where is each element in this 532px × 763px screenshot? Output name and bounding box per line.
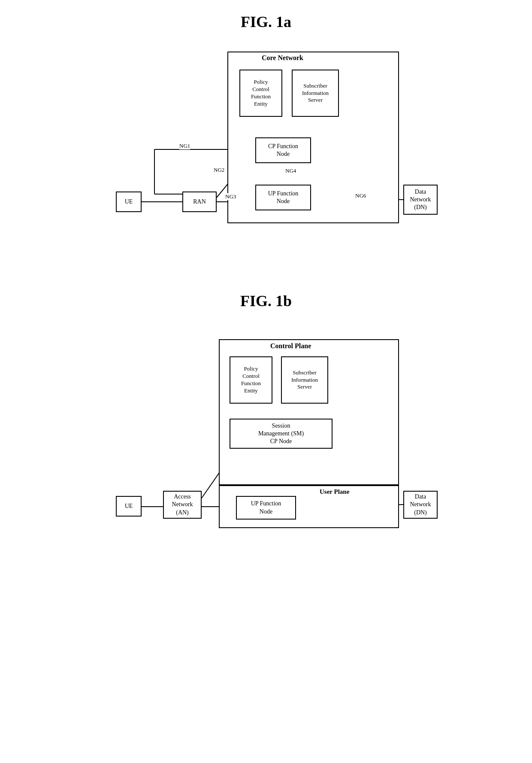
cpfn-label: CP Function Node — [268, 143, 298, 158]
ue2-box: UE — [116, 496, 142, 517]
ng1-label: NG1 — [179, 143, 190, 149]
pcf-box: Policy Control Function Entity — [239, 70, 282, 117]
ran-label: RAN — [193, 198, 206, 206]
cp-label: Control Plane — [270, 342, 311, 350]
sis2-box: Subscriber Information Server — [281, 356, 328, 404]
ng6-label: NG6 — [355, 192, 366, 199]
up-label: User Plane — [320, 488, 349, 495]
an-box: Access Network (AN) — [163, 491, 202, 519]
pcf2-box: Policy Control Function Entity — [230, 356, 272, 404]
dn-label: Data Network (DN) — [410, 188, 431, 212]
dn2-box: Data Network (DN) — [403, 491, 438, 519]
ng4-label: NG4 — [285, 167, 296, 174]
sis-label: Subscriber Information Server — [302, 82, 329, 104]
core-network-label: Core Network — [262, 54, 303, 62]
upfn2-box: UP Function Node — [236, 496, 296, 520]
ng2-label: NG2 — [214, 167, 224, 173]
ran-box: RAN — [182, 192, 217, 212]
upfn-label: UP Function Node — [268, 190, 299, 205]
ng3-label: NG3 — [225, 193, 236, 200]
upfn2-label: UP Function Node — [251, 500, 281, 515]
pcf-label: Policy Control Function Entity — [251, 79, 271, 108]
sm-box: Session Management (SM) CP Node — [230, 419, 332, 449]
dn2-label: Data Network (DN) — [410, 493, 431, 517]
pcf2-label: Policy Control Function Entity — [241, 365, 261, 395]
ue-label: UE — [125, 198, 133, 206]
sis-box: Subscriber Information Server — [292, 70, 339, 117]
fig1a-title: FIG. 1a — [241, 13, 291, 31]
upfn-box: UP Function Node — [255, 185, 311, 210]
dn-box: Data Network (DN) — [403, 185, 438, 215]
ue-box: UE — [116, 192, 142, 212]
sm-label: Session Management (SM) CP Node — [258, 422, 304, 446]
ue2-label: UE — [125, 502, 133, 510]
cpfn-box: CP Function Node — [255, 137, 311, 163]
sis2-label: Subscriber Information Server — [291, 369, 318, 391]
fig1b-title: FIG. 1b — [240, 292, 292, 310]
an-label: Access Network (AN) — [172, 493, 193, 517]
